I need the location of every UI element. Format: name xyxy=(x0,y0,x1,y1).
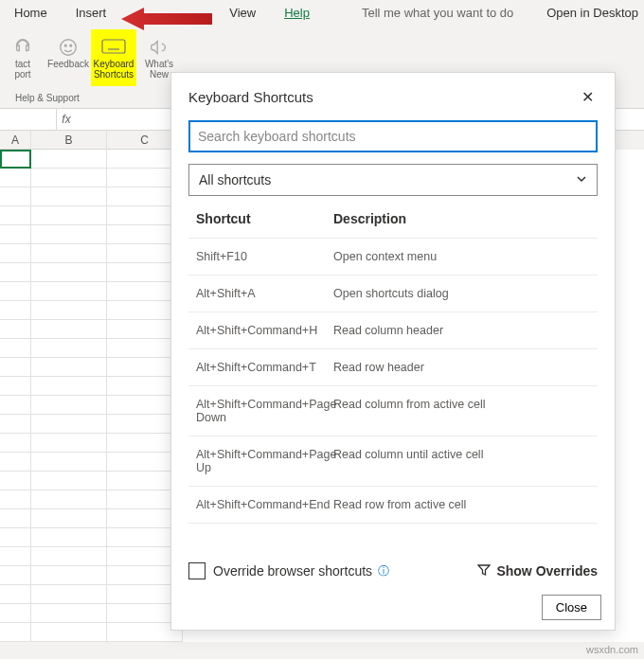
desc-cell: Open context menu xyxy=(333,250,590,263)
filter-icon xyxy=(477,563,491,579)
headset-icon xyxy=(9,36,36,59)
col-header-shortcut: Shortcut xyxy=(196,211,333,226)
dialog-footer-actions: Close xyxy=(171,589,615,630)
desc-cell: Read row header xyxy=(333,361,590,374)
desc-cell: Open shortcuts dialog xyxy=(333,287,590,300)
shortcut-cell: Alt+Shift+Command+H xyxy=(196,324,333,337)
contact-support-button[interactable]: tact port xyxy=(0,29,45,86)
tell-me-search[interactable]: Tell me what you want to do xyxy=(362,6,513,20)
shortcut-cell: Alt+Shift+Command+Page Down xyxy=(196,398,333,424)
desc-cell: Read column header xyxy=(333,324,590,337)
keyboard-icon xyxy=(100,36,127,59)
search-input[interactable] xyxy=(198,129,588,144)
filter-dropdown[interactable]: All shortcuts xyxy=(188,164,598,196)
shortcuts-table: Shift+F10Open context menu Alt+Shift+AOp… xyxy=(188,239,598,549)
show-overrides-label: Show Overrides xyxy=(496,563,598,579)
megaphone-icon xyxy=(146,36,172,59)
shortcut-cell: Shift+F10 xyxy=(196,250,333,263)
tab-insert[interactable]: Insert xyxy=(62,6,121,20)
col-header-A[interactable]: A xyxy=(0,131,31,150)
filter-label: All shortcuts xyxy=(199,172,271,187)
dialog-header: Keyboard Shortcuts ✕ xyxy=(171,73,615,120)
tab-home[interactable]: Home xyxy=(0,6,62,20)
table-row: Shift+F10Open context menu xyxy=(188,239,598,276)
tab-help[interactable]: Help xyxy=(270,6,324,20)
watermark: wsxdn.com xyxy=(586,644,638,655)
override-checkbox[interactable] xyxy=(188,562,206,579)
spacer xyxy=(67,69,70,80)
table-row: Alt+Shift+AOpen shortcuts dialog xyxy=(188,276,598,312)
svg-point-3 xyxy=(70,45,72,46)
keyboard-shortcuts-dialog: Keyboard Shortcuts ✕ All shortcuts Short… xyxy=(170,72,616,631)
ribbon-tabs: Home Insert View Help Tell me what you w… xyxy=(0,0,644,25)
contact-support-label-2: port xyxy=(14,69,30,80)
svg-point-2 xyxy=(64,45,66,46)
shortcut-cell: Alt+Shift+Command+Page Up xyxy=(196,448,333,474)
table-row: Alt+Shift+Command+Page UpRead column unt… xyxy=(188,436,598,487)
table-row: Alt+Shift+Command+Page DownRead column f… xyxy=(188,386,598,436)
name-box[interactable] xyxy=(0,109,57,130)
active-cell[interactable] xyxy=(0,150,31,169)
desc-cell: Read column until active cell xyxy=(333,448,590,474)
desc-cell: Read row from active cell xyxy=(333,498,590,511)
svg-point-1 xyxy=(61,40,77,56)
desc-cell: Read column from active cell xyxy=(333,398,590,424)
ribbon-group-label: Help & Support xyxy=(15,93,80,103)
keyboard-shortcuts-label-2: Shortcuts xyxy=(94,69,134,80)
contact-support-label-1: tact xyxy=(15,59,30,69)
col-header-B[interactable]: B xyxy=(31,131,107,150)
show-overrides-button[interactable]: Show Overrides xyxy=(477,563,598,579)
search-box[interactable] xyxy=(188,120,598,152)
table-header: Shortcut Description xyxy=(188,211,598,239)
feedback-label: Feedback xyxy=(47,59,89,69)
svg-rect-4 xyxy=(102,40,125,53)
feedback-button[interactable]: Feedback xyxy=(45,29,91,86)
dialog-title: Keyboard Shortcuts xyxy=(188,89,313,105)
whats-new-label-1: What's xyxy=(145,59,173,69)
fx-icon[interactable]: fx xyxy=(57,113,76,126)
close-button[interactable]: Close xyxy=(542,595,601,620)
override-label: Override browser shortcuts xyxy=(213,563,372,579)
col-header-description: Description xyxy=(333,211,590,226)
keyboard-shortcuts-label-1: Keyboard xyxy=(94,59,134,69)
close-icon[interactable]: ✕ xyxy=(578,84,598,110)
smile-icon xyxy=(55,36,81,59)
chevron-down-icon xyxy=(576,172,587,187)
dialog-footer-options: Override browser shortcuts ⓘ Show Overri… xyxy=(171,549,615,589)
shortcut-cell: Alt+Shift+A xyxy=(196,287,333,300)
table-row: Alt+Shift+Command+HRead column header xyxy=(188,312,598,349)
dialog-body: All shortcuts Shortcut Description Shift… xyxy=(171,120,615,549)
info-icon[interactable]: ⓘ xyxy=(378,563,389,579)
keyboard-shortcuts-button[interactable]: Keyboard Shortcuts xyxy=(91,29,136,86)
table-row: Alt+Shift+Command+EndRead row from activ… xyxy=(188,487,598,524)
open-in-desktop[interactable]: Open in Desktop xyxy=(546,6,638,20)
tab-view[interactable]: View xyxy=(215,6,270,20)
table-row: Alt+Shift+Command+TRead row header xyxy=(188,349,598,386)
shortcut-cell: Alt+Shift+Command+End xyxy=(196,498,333,511)
whats-new-label-2: New xyxy=(150,69,169,80)
shortcut-cell: Alt+Shift+Command+T xyxy=(196,361,333,374)
